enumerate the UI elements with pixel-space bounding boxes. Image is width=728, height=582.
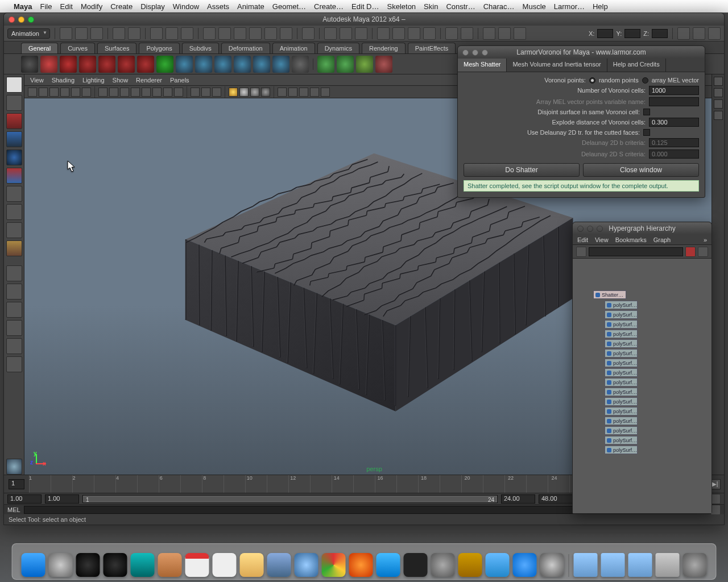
menu-help[interactable]: Help (593, 2, 608, 11)
window-controls[interactable] (9, 16, 34, 23)
hg-node[interactable]: polySurf… (605, 388, 638, 396)
magnet-icon[interactable] (377, 27, 390, 40)
vp-light-icon[interactable] (250, 88, 259, 97)
vp-tool-icon[interactable] (212, 88, 221, 97)
zoom-icon[interactable] (28, 16, 34, 23)
minimize-icon[interactable] (472, 49, 478, 56)
xcode-icon[interactable] (486, 553, 510, 577)
vp-tool-icon[interactable] (174, 88, 183, 97)
snap-grid-icon[interactable] (203, 27, 216, 40)
firefox-icon[interactable] (349, 553, 373, 577)
shelf-icon[interactable] (317, 56, 334, 73)
zoom-icon[interactable] (597, 226, 603, 232)
app-icon[interactable] (458, 553, 482, 577)
layout-single-icon[interactable] (6, 265, 22, 281)
menu-muscle[interactable]: Muscle (523, 2, 546, 11)
hg-tool-icon[interactable] (698, 247, 708, 257)
dropbox-icon[interactable] (377, 553, 400, 577)
last-tool-icon[interactable] (6, 240, 22, 256)
minimize-icon[interactable] (18, 16, 24, 23)
menu-skin[interactable]: Skin (424, 2, 438, 11)
shelf-tab-polygons[interactable]: Polygons (139, 43, 179, 53)
menu-window[interactable]: Window (173, 2, 199, 11)
show-manip-icon[interactable] (6, 222, 22, 238)
construction-history-icon[interactable] (302, 27, 315, 40)
close-icon[interactable] (9, 16, 15, 23)
chrome-icon[interactable] (322, 553, 346, 577)
shelf-icon[interactable] (337, 56, 354, 73)
toolbar-icon[interactable] (483, 27, 495, 40)
hypergraph-window[interactable]: Hypergraph Hierarchy Edit View Bookmarks… (572, 222, 712, 514)
hg-node[interactable]: polySurf… (605, 446, 638, 454)
toolbar-icon[interactable] (693, 27, 705, 40)
hg-node[interactable]: polySurf… (605, 320, 638, 329)
lasso-tool-icon[interactable] (6, 95, 22, 111)
maya-dock-icon[interactable] (131, 553, 155, 577)
hg-node[interactable]: polySurf… (605, 310, 638, 319)
vp-tool-icon[interactable] (98, 88, 107, 97)
menu-skeleton[interactable]: Skeleton (387, 2, 416, 11)
layout-icon[interactable] (6, 356, 22, 372)
vp-tool-icon[interactable] (152, 88, 162, 97)
layer-editor-toggle-icon[interactable] (714, 88, 723, 97)
menu-file[interactable]: File (40, 2, 52, 11)
vp-menu-panels[interactable]: Panels (170, 77, 189, 84)
larmor-voronoi-window[interactable]: LarmorVoronoi for Maya - www.larmor.com … (457, 45, 705, 198)
hg-titlebar[interactable]: Hypergraph Hierarchy (573, 222, 712, 235)
hg-menu-bookmarks[interactable]: Bookmarks (615, 236, 647, 243)
finder-icon[interactable] (22, 553, 46, 577)
num-cells-field[interactable] (649, 86, 699, 95)
shelf-icon[interactable] (234, 56, 251, 73)
menu-character[interactable]: Charac… (483, 2, 515, 11)
hg-node[interactable]: polySurf… (605, 301, 638, 309)
render-icon[interactable] (324, 27, 337, 40)
snap-plane-icon[interactable] (249, 27, 262, 40)
shelf-tab-deformation[interactable]: Deformation (221, 43, 270, 53)
undo-icon[interactable] (113, 27, 125, 40)
vp-tool-icon[interactable] (163, 88, 172, 97)
radio-random-points[interactable] (589, 77, 595, 84)
command-lang-label[interactable]: MEL (7, 506, 20, 513)
snap-point-icon[interactable] (234, 27, 246, 40)
hg-node[interactable]: polySurf… (605, 349, 638, 357)
save-scene-icon[interactable] (90, 27, 103, 40)
shelf-icon[interactable] (137, 56, 154, 73)
hg-node[interactable]: polySurf… (605, 397, 638, 406)
vp-tool-icon[interactable] (142, 88, 151, 97)
hg-node-root[interactable]: Shatter… (593, 290, 626, 299)
menu-animate[interactable]: Animate (237, 2, 264, 11)
shelf-icon[interactable] (98, 56, 115, 73)
toolbar-icon[interactable] (708, 27, 721, 40)
layout-icon[interactable] (6, 338, 22, 354)
tab-mesh-volume[interactable]: Mesh Volume and Inertia tensor (507, 59, 607, 72)
vp-tool-icon[interactable] (321, 88, 330, 97)
hg-node[interactable]: polySurf… (605, 330, 638, 338)
toolbar-icon[interactable] (408, 27, 420, 40)
vp-tool-icon[interactable] (191, 88, 200, 97)
vp-tool-icon[interactable] (82, 88, 91, 97)
hg-tool-icon[interactable] (685, 247, 696, 257)
shelf-icon[interactable] (21, 56, 38, 73)
contacts-icon[interactable] (158, 553, 182, 577)
shelf-tab-general[interactable]: General (21, 43, 58, 53)
move-tool-icon[interactable] (6, 131, 22, 147)
folder-icon[interactable] (656, 553, 680, 577)
tab-help-credits[interactable]: Help and Credits (607, 59, 666, 72)
mac-menubar[interactable]: Maya File Edit Modify Create Display Win… (0, 0, 728, 13)
range-end-field[interactable]: 48.00 (539, 494, 573, 504)
paint-tool-icon[interactable] (6, 113, 22, 129)
lasso-icon[interactable] (166, 27, 178, 40)
shelf-icon[interactable] (176, 56, 193, 73)
hg-tool-icon[interactable] (576, 247, 586, 257)
scale-tool-icon[interactable] (6, 168, 22, 184)
shelf-tab-dynamics[interactable]: Dynamics (317, 43, 359, 53)
vp-tool-icon[interactable] (49, 88, 59, 97)
new-scene-icon[interactable] (60, 27, 72, 40)
open-scene-icon[interactable] (75, 27, 88, 40)
menu-create[interactable]: Create (110, 2, 133, 11)
select-mode-icon[interactable] (150, 27, 163, 40)
current-frame-left[interactable]: 1 (9, 479, 24, 489)
soft-mod-icon[interactable] (6, 204, 22, 220)
vp-menu-lighting[interactable]: Lighting (82, 77, 105, 84)
dashboard-icon[interactable] (76, 553, 100, 577)
